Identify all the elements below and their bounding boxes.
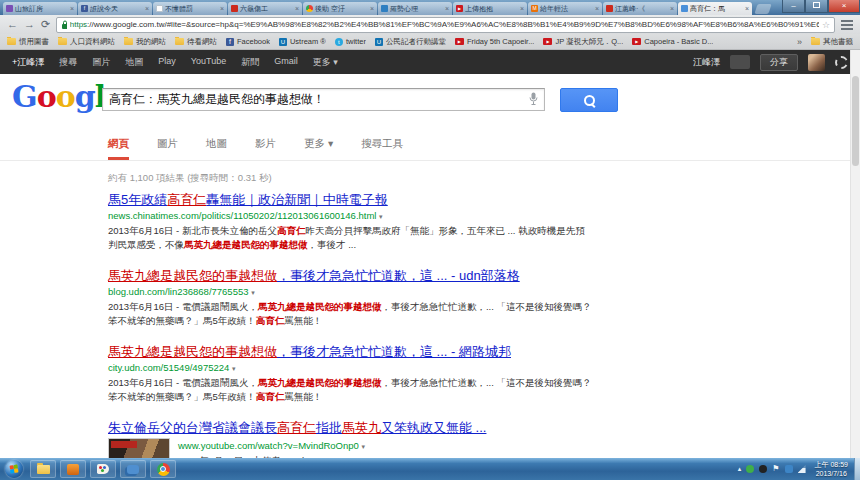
tray-flag-icon[interactable]: ⚑: [772, 465, 779, 473]
bookmark-item[interactable]: ▶Friday 5th Capoeir...: [455, 37, 535, 46]
reload-icon[interactable]: ⟳: [41, 19, 50, 30]
windows-flag-icon: [9, 464, 18, 473]
back-icon[interactable]: ←: [7, 19, 18, 30]
tab-close-icon[interactable]: ×: [220, 5, 224, 12]
results-nav-tab[interactable]: 網頁: [108, 137, 129, 160]
gbar-link[interactable]: Gmail: [274, 56, 298, 69]
browser-tab[interactable]: 不懂體罰×: [153, 2, 227, 15]
browser-tab[interactable]: 高育仁：馬×: [678, 2, 752, 15]
tab-close-icon[interactable]: ×: [670, 5, 674, 12]
tray-uparrow-icon[interactable]: ▴: [738, 465, 742, 473]
browser-tab[interactable]: M給年輕法×: [528, 2, 602, 15]
bookmark-item[interactable]: fFacebook: [226, 37, 270, 46]
result-title-link[interactable]: 馬英九總是越民怨的事越想做，事後才急急忙忙道歉，這 ... - 網路城邦: [108, 344, 594, 360]
tab-close-icon[interactable]: ×: [70, 5, 74, 12]
browser-tab[interactable]: 後勁 空汙×: [303, 2, 377, 15]
tab-close-icon[interactable]: ×: [295, 5, 299, 12]
tab-close-icon[interactable]: ×: [745, 5, 749, 12]
forward-icon[interactable]: →: [24, 19, 35, 30]
maximize-button[interactable]: [805, 0, 828, 13]
other-bookmarks-folder[interactable]: 其他書籤: [811, 37, 853, 47]
bookmark-item[interactable]: ▶JP 凝視大師兄．Q...: [543, 37, 623, 47]
browser-tab[interactable]: 六龜傷工×: [228, 2, 302, 15]
search-button[interactable]: [560, 88, 618, 112]
gbar-link[interactable]: YouTube: [191, 56, 226, 69]
browser-tab[interactable]: 山旅訂房×: [3, 2, 77, 15]
chrome-taskbar-button[interactable]: [150, 460, 176, 478]
search-input[interactable]: [103, 93, 529, 107]
url-dropdown-icon[interactable]: ▾: [362, 443, 366, 450]
browser-tab[interactable]: 江蕙峰·《×: [603, 2, 677, 15]
bookmark-item[interactable]: 我的網站: [124, 37, 166, 47]
bookmark-star-icon[interactable]: ☆: [822, 20, 830, 30]
page-favicon: [156, 5, 163, 12]
browser-tab[interactable]: ▶上傳抱抱×: [453, 2, 527, 15]
gbar-link[interactable]: 更多 ▾: [313, 56, 338, 69]
bookmark-item[interactable]: 待看網站: [175, 37, 217, 47]
bookmarks-overflow-chevron[interactable]: »: [797, 37, 802, 47]
share-button[interactable]: 分享: [760, 54, 798, 71]
gbar-link[interactable]: 圖片: [92, 56, 110, 69]
youtube-icon: ▶: [543, 38, 552, 45]
tray-green-icon[interactable]: [746, 465, 754, 473]
result-text: 轟無能｜政治新聞｜中時電子報: [206, 192, 387, 207]
tab-close-icon[interactable]: ×: [145, 5, 149, 12]
bookmark-item[interactable]: 人口資料網站: [58, 37, 115, 47]
logo-letter: o: [37, 79, 56, 114]
tray-dark-icon[interactable]: [759, 465, 767, 473]
browser-tab[interactable]: 羅勢心理×: [378, 2, 452, 15]
gear-icon[interactable]: [835, 56, 848, 69]
url-dropdown-icon[interactable]: ▾: [379, 213, 383, 220]
minimize-button[interactable]: –: [782, 0, 805, 13]
paint-taskbar-button[interactable]: [90, 460, 116, 478]
chat-taskbar-button[interactable]: [120, 460, 146, 478]
gbar-link[interactable]: 新聞: [241, 56, 259, 69]
new-tab-button[interactable]: [754, 4, 771, 14]
address-bar[interactable]: https://www.google.com.tw/#lite=&source=…: [56, 17, 835, 33]
gbar-link[interactable]: 地圖: [125, 56, 143, 69]
explorer-taskbar-button[interactable]: [30, 460, 56, 478]
scrollbar-thumb[interactable]: [852, 76, 859, 166]
results-nav-tab[interactable]: 影片: [255, 137, 276, 160]
gbar-link[interactable]: Play: [158, 56, 176, 69]
bookmark-item[interactable]: U公民記者行動講堂: [375, 37, 446, 47]
folder-icon: [124, 38, 133, 45]
result-title-link[interactable]: 馬英九總是越民怨的事越想做，事後才急急忙忙道歉，這 ... - udn部落格: [108, 268, 594, 284]
media-taskbar-button[interactable]: [60, 460, 86, 478]
start-button[interactable]: [5, 460, 23, 478]
results-nav-tab[interactable]: 圖片: [157, 137, 178, 160]
system-tray: ▴⚑: [738, 465, 809, 473]
show-desktop-button[interactable]: [854, 458, 860, 480]
bookmark-label: Capoeira - Basic D...: [644, 37, 713, 46]
gbar-link[interactable]: +江峰澤: [12, 56, 44, 69]
avatar[interactable]: [808, 54, 825, 71]
taskbar-clock[interactable]: 上午 08:59 2013/7/16: [809, 460, 854, 479]
tab-close-icon[interactable]: ×: [445, 5, 449, 12]
notifications-badge[interactable]: [730, 55, 750, 69]
results-nav-tab[interactable]: 更多 ▾: [304, 137, 333, 160]
results-nav-tab[interactable]: 地圖: [206, 137, 227, 160]
url-dropdown-icon[interactable]: ▾: [232, 365, 236, 372]
result-title-link[interactable]: 朱立倫岳父的台灣省議會議長高育仁指批馬英九又笨執政又無能 ...: [108, 420, 594, 436]
results-nav-tab[interactable]: 搜尋工具: [361, 137, 403, 160]
bookmark-item[interactable]: ttwitter: [335, 37, 366, 46]
bookmark-item[interactable]: UUstream ®: [279, 37, 326, 46]
result-title-link[interactable]: 馬5年政績高育仁轟無能｜政治新聞｜中時電子報: [108, 192, 594, 208]
tray-net-icon[interactable]: [798, 465, 806, 473]
user-name[interactable]: 江峰澤: [693, 56, 720, 69]
bookmark-label: Friday 5th Capoeir...: [467, 37, 535, 46]
close-button[interactable]: ×: [828, 0, 860, 13]
url-dropdown-icon[interactable]: ▾: [251, 289, 255, 296]
browser-tab[interactable]: f誰說今天×: [78, 2, 152, 15]
tab-close-icon[interactable]: ×: [595, 5, 599, 12]
chrome-menu-icon[interactable]: [841, 20, 853, 30]
microphone-icon[interactable]: [529, 91, 538, 109]
bookmark-item[interactable]: ▶Capoeira - Basic D...: [632, 37, 713, 46]
page-scrollbar[interactable]: [850, 50, 860, 458]
result-text: ，事後才急急忙忙道歉，: [381, 377, 486, 388]
tab-close-icon[interactable]: ×: [370, 5, 374, 12]
tray-blue-icon[interactable]: [785, 465, 793, 473]
gbar-link[interactable]: 搜尋: [59, 56, 77, 69]
tab-close-icon[interactable]: ×: [520, 5, 524, 12]
bookmark-item[interactable]: 慣用圖書: [7, 37, 49, 47]
